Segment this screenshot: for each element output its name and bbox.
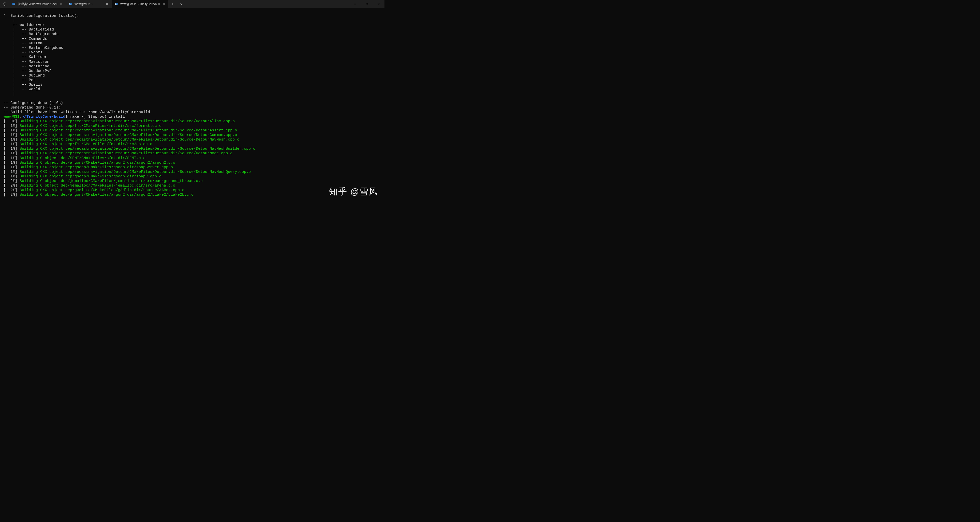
tab-strip: 管理员: Windows PowerShell ✕ wow@MSI: ~ ✕ w… xyxy=(0,0,349,8)
titlebar: 管理员: Windows PowerShell ✕ wow@MSI: ~ ✕ w… xyxy=(0,0,385,8)
close-window-button[interactable] xyxy=(373,0,385,8)
powershell-icon xyxy=(12,2,16,6)
window-controls xyxy=(349,0,385,8)
shield-icon xyxy=(2,1,8,7)
svg-rect-4 xyxy=(366,3,368,5)
tab-menu-dropdown[interactable] xyxy=(177,0,186,8)
terminal-output[interactable]: * Script configuration (static): | +- wo… xyxy=(0,8,385,198)
new-tab-button[interactable]: ＋ xyxy=(168,0,177,8)
close-icon[interactable]: ✕ xyxy=(59,2,63,6)
tab-title: wow@MSI: ~ xyxy=(75,2,103,6)
powershell-icon xyxy=(68,2,72,6)
close-icon[interactable]: ✕ xyxy=(162,2,166,6)
tab-wow-home[interactable]: wow@MSI: ~ ✕ xyxy=(66,0,111,8)
minimize-button[interactable] xyxy=(349,0,361,8)
tab-title: 管理员: Windows PowerShell xyxy=(18,2,57,6)
tab-title: wow@MSI: ~/TrinityCore/buil xyxy=(120,2,160,6)
tab-powershell-admin[interactable]: 管理员: Windows PowerShell ✕ xyxy=(9,0,66,8)
tab-wow-trinitycore[interactable]: wow@MSI: ~/TrinityCore/buil ✕ xyxy=(111,0,168,8)
maximize-button[interactable] xyxy=(361,0,373,8)
powershell-icon xyxy=(114,2,118,6)
watermark: 知乎 @雪风 xyxy=(329,186,378,197)
close-icon[interactable]: ✕ xyxy=(105,2,109,6)
